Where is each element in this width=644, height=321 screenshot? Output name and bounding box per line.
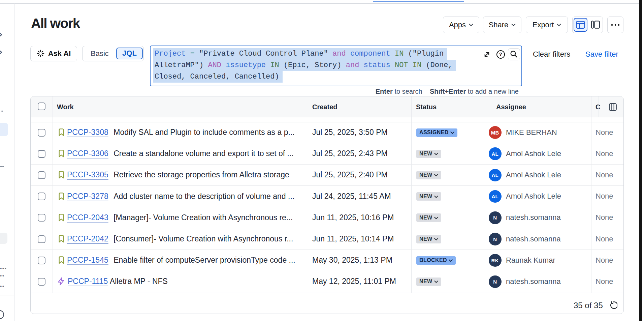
svg-text:?: ?: [499, 52, 502, 57]
